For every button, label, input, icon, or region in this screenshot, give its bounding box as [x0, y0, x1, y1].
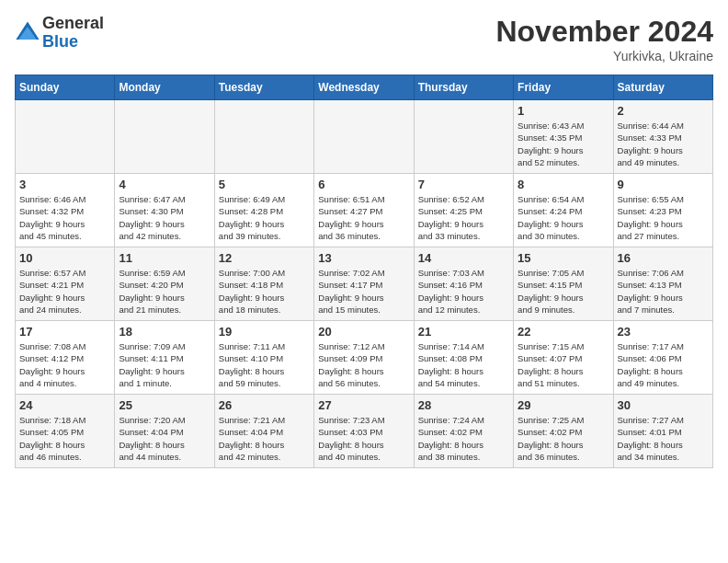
calendar-cell: 20Sunrise: 7:12 AM Sunset: 4:09 PM Dayli…: [314, 321, 414, 395]
day-info: Sunrise: 6:47 AM Sunset: 4:30 PM Dayligh…: [119, 193, 210, 242]
day-info: Sunrise: 7:12 AM Sunset: 4:09 PM Dayligh…: [318, 340, 409, 389]
calendar-cell: 24Sunrise: 7:18 AM Sunset: 4:05 PM Dayli…: [16, 395, 115, 468]
day-info: Sunrise: 7:23 AM Sunset: 4:03 PM Dayligh…: [318, 414, 409, 463]
day-number: 13: [318, 251, 409, 265]
day-info: Sunrise: 7:05 AM Sunset: 4:15 PM Dayligh…: [518, 267, 609, 316]
day-number: 4: [119, 178, 210, 191]
calendar-cell: 11Sunrise: 6:59 AM Sunset: 4:20 PM Dayli…: [115, 247, 214, 321]
day-number: 6: [318, 178, 409, 191]
calendar-cell: 10Sunrise: 6:57 AM Sunset: 4:21 PM Dayli…: [16, 247, 115, 321]
day-number: 27: [318, 398, 409, 412]
calendar-cell: 18Sunrise: 7:09 AM Sunset: 4:11 PM Dayli…: [115, 321, 214, 395]
calendar-cell: 25Sunrise: 7:20 AM Sunset: 4:04 PM Dayli…: [115, 395, 214, 468]
calendar-cell: 28Sunrise: 7:24 AM Sunset: 4:02 PM Dayli…: [414, 395, 513, 468]
calendar-cell: 8Sunrise: 6:54 AM Sunset: 4:24 PM Daylig…: [514, 174, 613, 247]
calendar-cell: 2Sunrise: 6:44 AM Sunset: 4:33 PM Daylig…: [613, 100, 712, 174]
day-info: Sunrise: 7:11 AM Sunset: 4:10 PM Dayligh…: [219, 340, 310, 389]
day-number: 14: [418, 251, 509, 265]
day-info: Sunrise: 7:27 AM Sunset: 4:01 PM Dayligh…: [618, 414, 709, 463]
calendar-cell: 15Sunrise: 7:05 AM Sunset: 4:15 PM Dayli…: [514, 247, 613, 321]
day-number: 12: [219, 251, 310, 265]
day-info: Sunrise: 7:02 AM Sunset: 4:17 PM Dayligh…: [318, 267, 409, 316]
header-monday: Monday: [115, 75, 214, 100]
calendar-cell: 9Sunrise: 6:55 AM Sunset: 4:23 PM Daylig…: [613, 174, 712, 247]
title-block: November 2024 Yurkivka, Ukraine: [495, 15, 713, 63]
day-info: Sunrise: 7:08 AM Sunset: 4:12 PM Dayligh…: [19, 340, 110, 389]
day-info: Sunrise: 7:00 AM Sunset: 4:18 PM Dayligh…: [219, 267, 310, 316]
day-number: 28: [418, 398, 509, 412]
calendar-week-row: 3Sunrise: 6:46 AM Sunset: 4:32 PM Daylig…: [16, 174, 713, 247]
logo: General Blue: [15, 15, 104, 52]
calendar-cell: 27Sunrise: 7:23 AM Sunset: 4:03 PM Dayli…: [314, 395, 414, 468]
day-info: Sunrise: 6:44 AM Sunset: 4:33 PM Dayligh…: [618, 120, 709, 168]
day-info: Sunrise: 7:20 AM Sunset: 4:04 PM Dayligh…: [119, 414, 210, 463]
calendar-cell: 30Sunrise: 7:27 AM Sunset: 4:01 PM Dayli…: [613, 395, 712, 468]
day-number: 16: [618, 251, 709, 265]
day-number: 20: [318, 325, 409, 339]
calendar-week-row: 1Sunrise: 6:43 AM Sunset: 4:35 PM Daylig…: [16, 100, 713, 174]
day-number: 23: [618, 325, 709, 339]
day-info: Sunrise: 6:54 AM Sunset: 4:24 PM Dayligh…: [518, 193, 609, 242]
day-number: 11: [119, 251, 210, 265]
calendar-cell: 5Sunrise: 6:49 AM Sunset: 4:28 PM Daylig…: [214, 174, 313, 247]
location: Yurkivka, Ukraine: [495, 49, 713, 63]
calendar-cell: 29Sunrise: 7:25 AM Sunset: 4:02 PM Dayli…: [514, 395, 613, 468]
calendar-cell: 13Sunrise: 7:02 AM Sunset: 4:17 PM Dayli…: [314, 247, 414, 321]
day-number: 24: [19, 398, 110, 412]
day-number: 26: [219, 398, 310, 412]
day-number: 19: [219, 325, 310, 339]
day-info: Sunrise: 7:21 AM Sunset: 4:04 PM Dayligh…: [219, 414, 310, 463]
calendar-cell: 14Sunrise: 7:03 AM Sunset: 4:16 PM Dayli…: [414, 247, 513, 321]
day-number: 21: [418, 325, 509, 339]
day-number: 18: [119, 325, 210, 339]
calendar-cell: 26Sunrise: 7:21 AM Sunset: 4:04 PM Dayli…: [214, 395, 313, 468]
day-number: 1: [518, 104, 609, 118]
calendar-cell: 16Sunrise: 7:06 AM Sunset: 4:13 PM Dayli…: [613, 247, 712, 321]
day-info: Sunrise: 7:14 AM Sunset: 4:08 PM Dayligh…: [418, 340, 509, 389]
calendar-week-row: 24Sunrise: 7:18 AM Sunset: 4:05 PM Dayli…: [16, 395, 713, 468]
day-info: Sunrise: 6:51 AM Sunset: 4:27 PM Dayligh…: [318, 193, 409, 242]
day-info: Sunrise: 7:06 AM Sunset: 4:13 PM Dayligh…: [618, 267, 709, 316]
day-info: Sunrise: 7:09 AM Sunset: 4:11 PM Dayligh…: [119, 340, 210, 389]
day-info: Sunrise: 6:46 AM Sunset: 4:32 PM Dayligh…: [19, 193, 110, 242]
day-info: Sunrise: 7:17 AM Sunset: 4:06 PM Dayligh…: [618, 340, 709, 389]
day-info: Sunrise: 6:49 AM Sunset: 4:28 PM Dayligh…: [219, 193, 310, 242]
calendar-cell: [214, 100, 313, 174]
logo-text: General Blue: [42, 15, 104, 52]
day-number: 15: [518, 251, 609, 265]
calendar-week-row: 10Sunrise: 6:57 AM Sunset: 4:21 PM Dayli…: [16, 247, 713, 321]
header-wednesday: Wednesday: [314, 75, 414, 100]
day-number: 10: [19, 251, 110, 265]
calendar-cell: 7Sunrise: 6:52 AM Sunset: 4:25 PM Daylig…: [414, 174, 513, 247]
header-thursday: Thursday: [414, 75, 513, 100]
day-number: 8: [518, 178, 609, 191]
day-info: Sunrise: 7:15 AM Sunset: 4:07 PM Dayligh…: [518, 340, 609, 389]
calendar-cell: 22Sunrise: 7:15 AM Sunset: 4:07 PM Dayli…: [514, 321, 613, 395]
day-number: 2: [618, 104, 709, 118]
calendar-cell: [115, 100, 214, 174]
day-info: Sunrise: 7:18 AM Sunset: 4:05 PM Dayligh…: [19, 414, 110, 463]
day-number: 5: [219, 178, 310, 191]
calendar-cell: 1Sunrise: 6:43 AM Sunset: 4:35 PM Daylig…: [514, 100, 613, 174]
day-info: Sunrise: 7:25 AM Sunset: 4:02 PM Dayligh…: [518, 414, 609, 463]
calendar-cell: 3Sunrise: 6:46 AM Sunset: 4:32 PM Daylig…: [16, 174, 115, 247]
header-saturday: Saturday: [613, 75, 712, 100]
day-number: 29: [518, 398, 609, 412]
calendar-cell: [314, 100, 414, 174]
day-info: Sunrise: 6:52 AM Sunset: 4:25 PM Dayligh…: [418, 193, 509, 242]
day-info: Sunrise: 6:55 AM Sunset: 4:23 PM Dayligh…: [618, 193, 709, 242]
calendar-cell: 12Sunrise: 7:00 AM Sunset: 4:18 PM Dayli…: [214, 247, 313, 321]
logo-general: General: [42, 15, 104, 33]
calendar-cell: 23Sunrise: 7:17 AM Sunset: 4:06 PM Dayli…: [613, 321, 712, 395]
header-tuesday: Tuesday: [214, 75, 313, 100]
day-number: 30: [618, 398, 709, 412]
calendar-cell: 19Sunrise: 7:11 AM Sunset: 4:10 PM Dayli…: [214, 321, 313, 395]
logo-icon: [15, 20, 40, 46]
calendar-cell: [16, 100, 115, 174]
calendar-cell: [414, 100, 513, 174]
day-number: 22: [518, 325, 609, 339]
calendar-cell: 4Sunrise: 6:47 AM Sunset: 4:30 PM Daylig…: [115, 174, 214, 247]
day-info: Sunrise: 6:57 AM Sunset: 4:21 PM Dayligh…: [19, 267, 110, 316]
page-header: General Blue November 2024 Yurkivka, Ukr…: [15, 15, 713, 63]
calendar-week-row: 17Sunrise: 7:08 AM Sunset: 4:12 PM Dayli…: [16, 321, 713, 395]
